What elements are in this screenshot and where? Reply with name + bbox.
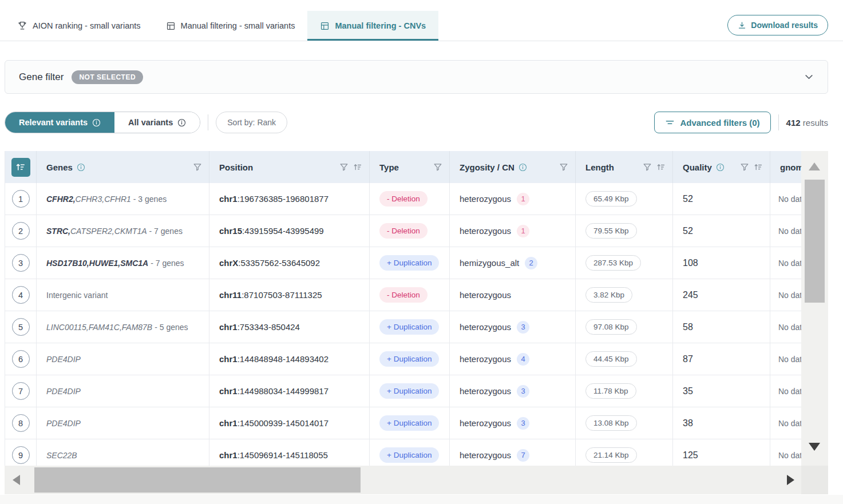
scroll-right-arrow-icon[interactable] <box>787 475 794 485</box>
position-range: :196736385-196801877 <box>238 194 329 204</box>
table-row[interactable]: 8 PDE4DIP chr1:145000939-145014017 + Dup… <box>5 407 801 439</box>
sort-icon[interactable] <box>656 162 666 172</box>
sort-rank-button[interactable] <box>11 158 30 177</box>
column-header-type: Type <box>370 151 450 183</box>
zygosity-label: hemizygous_alt <box>460 258 519 268</box>
filter-icon[interactable] <box>559 162 568 172</box>
zygosity-label: heterozygous <box>460 226 511 236</box>
length-badge: 44.45 Kbp <box>585 351 637 367</box>
position-cell: chr1:145000939-145014017 <box>209 407 370 439</box>
relevant-variants-button[interactable]: Relevant variants <box>5 112 114 133</box>
rank-cell: 9 <box>5 439 37 466</box>
table-row[interactable]: 1 CFHR2, CFHR3, CFHR1- 3 genes chr1:1967… <box>5 183 801 215</box>
length-cell: 287.53 Kbp <box>576 247 673 279</box>
column-header-quality: Quality <box>673 151 770 183</box>
sort-icon[interactable] <box>754 162 763 172</box>
gene-filter-panel[interactable]: Gene filter NOT SELECTED <box>5 60 828 94</box>
gnomad-cell: No data <box>770 215 801 247</box>
horizontal-scrollbar-thumb[interactable] <box>34 467 361 493</box>
position-range: :53357562-53645092 <box>238 258 320 268</box>
length-cell: 3.82 Kbp <box>576 279 673 311</box>
gene-count-suffix: - 7 genes <box>149 227 183 236</box>
sort-by-button[interactable]: Sort by: Rank <box>216 112 287 133</box>
info-icon[interactable] <box>77 163 85 172</box>
filter-icon[interactable] <box>643 162 652 172</box>
gene-count-suffix: - 3 genes <box>133 195 167 204</box>
gnomad-cell: No data <box>770 247 801 279</box>
scroll-left-arrow-icon[interactable] <box>13 475 20 485</box>
gene-name: CFHR1 <box>104 195 131 204</box>
chromosome-label: chr15 <box>219 226 242 236</box>
variant-type-badge: + Duplication <box>379 415 439 431</box>
column-header-rank <box>5 151 37 183</box>
length-badge: 3.82 Kbp <box>585 287 632 303</box>
filter-icon[interactable] <box>193 162 202 172</box>
sort-icon[interactable] <box>353 162 362 172</box>
tab-aion-ranking-small-variants[interactable]: AION ranking - small variants <box>5 11 153 41</box>
filter-icon[interactable] <box>740 162 749 172</box>
tab-manual-filtering-small-variants[interactable]: Manual filtering - small variants <box>153 11 308 41</box>
advanced-filters-button[interactable]: Advanced filters (0) <box>654 112 770 133</box>
filter-icon[interactable] <box>433 162 442 172</box>
zygosity-label: heterozygous <box>460 354 511 364</box>
quality-cell: 52 <box>673 215 770 247</box>
all-variants-button[interactable]: All variants <box>114 112 200 133</box>
gene-name: HSD17B10, <box>46 259 89 268</box>
genes-cell: PDE4DIP <box>37 407 209 439</box>
gene-filter-status-badge: NOT SELECTED <box>72 70 143 84</box>
copy-number-badge: 1 <box>517 193 529 205</box>
table-row[interactable]: 6 PDE4DIP chr1:144848948-144893402 + Dup… <box>5 343 801 375</box>
copy-number-badge: 3 <box>517 321 529 334</box>
quality-cell: 87 <box>673 343 770 375</box>
position-range: :144848948-144893402 <box>238 354 329 364</box>
chromosome-label: chr1 <box>219 418 238 428</box>
chromosome-label: chr1 <box>219 194 238 204</box>
zygosity-cell: heterozygous 3 <box>450 407 576 439</box>
quality-cell: 108 <box>673 247 770 279</box>
length-cell: 97.08 Kbp <box>576 311 673 343</box>
trophy-icon <box>17 21 27 31</box>
all-variants-label: All variants <box>128 118 173 127</box>
table-row[interactable]: 3 HSD17B10, HUWE1, SMC1A- 7 genes chrX:5… <box>5 247 801 279</box>
tab-manual-filtering-cnvs[interactable]: Manual filtering - CNVs <box>307 11 438 41</box>
zygosity-label: heterozygous <box>460 450 511 460</box>
table-row[interactable]: 9 SEC22B chr1:145096914-145118055 + Dupl… <box>5 439 801 466</box>
scroll-down-arrow-icon[interactable] <box>809 443 820 451</box>
gnomad-cell: No data <box>770 311 801 343</box>
position-range: :87107503-87111325 <box>242 290 322 300</box>
variant-type-badge: + Duplication <box>379 383 439 399</box>
info-icon[interactable] <box>716 163 725 172</box>
table-row[interactable]: 2 STRC, CATSPER2, CKMT1A- 7 genes chr15:… <box>5 215 801 247</box>
length-cell: 13.08 Kbp <box>576 407 673 439</box>
row-rank-badge: 2 <box>12 222 30 240</box>
scroll-up-arrow-icon[interactable] <box>809 162 820 170</box>
column-header-position: Position <box>209 151 370 183</box>
gene-count-suffix: - 7 genes <box>151 259 184 268</box>
filter-icon[interactable] <box>339 162 349 172</box>
length-badge: 65.49 Kbp <box>585 191 637 207</box>
copy-number-badge: 3 <box>517 417 529 430</box>
table-row[interactable]: 5 LINC00115, FAM41C, FAM87B- 5 genes chr… <box>5 311 801 343</box>
vertical-scrollbar[interactable] <box>801 151 828 494</box>
table-row[interactable]: 7 PDE4DIP chr1:144988034-144999817 + Dup… <box>5 375 801 407</box>
table-icon <box>166 21 176 31</box>
length-badge: 13.08 Kbp <box>585 415 637 431</box>
variants-table: Genes Position Type <box>5 151 828 494</box>
download-results-button[interactable]: Download results <box>727 15 828 35</box>
length-cell: 11.78 Kbp <box>576 375 673 407</box>
chevron-down-icon[interactable] <box>804 72 814 82</box>
row-rank-badge: 3 <box>12 254 30 272</box>
info-icon <box>92 118 101 127</box>
tab-bar: AION ranking - small variants Manual fil… <box>0 0 843 41</box>
vertical-scrollbar-thumb[interactable] <box>805 180 825 303</box>
zygosity-cell: heterozygous 4 <box>450 343 576 375</box>
quality-cell: 125 <box>673 439 770 466</box>
app-window: AION ranking - small variants Manual fil… <box>0 0 843 504</box>
zygosity-cell: heterozygous 1 <box>450 215 576 247</box>
info-icon[interactable] <box>519 163 527 172</box>
horizontal-scrollbar[interactable] <box>5 466 801 494</box>
chromosome-label: chr1 <box>219 322 238 332</box>
tab-label: Manual filtering - small variants <box>181 21 295 30</box>
table-row[interactable]: 4 Intergenic variant chr11:87107503-8711… <box>5 279 801 311</box>
gnomad-cell: No data <box>770 343 801 375</box>
